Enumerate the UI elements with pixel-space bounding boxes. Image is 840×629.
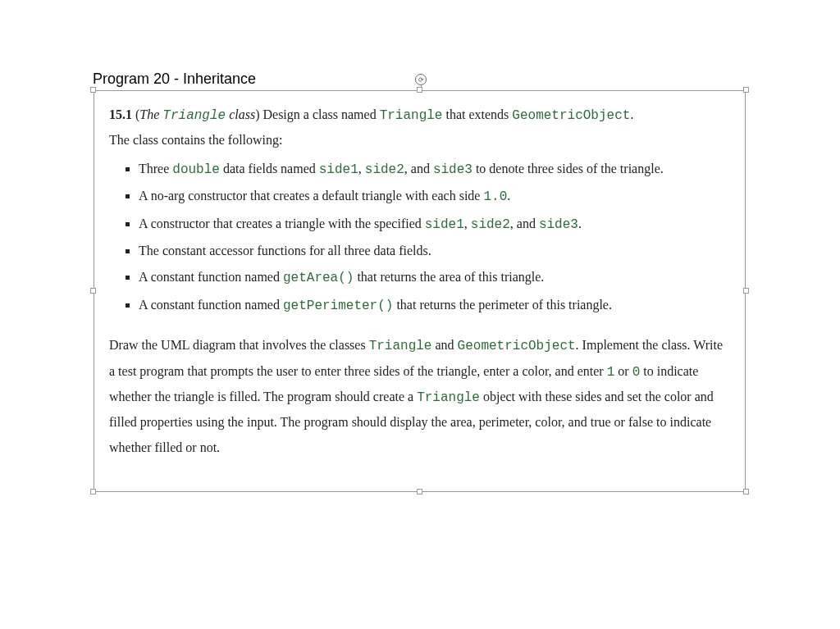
resize-handle-bl[interactable] [90,489,96,495]
code-side3: side3 [539,217,578,232]
intro-period: . [630,107,633,121]
code-triangle: Triangle [369,339,432,353]
resize-handle-l[interactable] [90,288,96,294]
resize-handle-br[interactable] [743,489,749,495]
text: , [358,162,365,175]
text: . [507,189,510,203]
text: , and [510,217,539,230]
resize-handle-t[interactable] [417,87,422,93]
text: , [464,217,471,230]
text: to denote three sides of the triangle. [472,162,664,175]
code-triangle: Triangle [380,108,443,123]
code-side1: side1 [425,217,464,232]
list-item: The constant accessor functions for all … [139,239,730,263]
resize-handle-b[interactable] [417,489,422,495]
text: A constructor that creates a triangle wi… [139,217,425,230]
text: and [431,338,457,352]
closing-paragraph: Draw the UML diagram that involves the c… [109,333,730,460]
text: , and [404,162,433,175]
code-triangle-title: Triangle [162,108,226,123]
text: A constant function named [139,298,283,312]
code-getperimeter: getPerimeter() [283,299,393,313]
code-1-0: 1.0 [483,189,507,204]
text: A constant function named [139,270,283,284]
text: . [578,217,582,230]
text: that returns the perimeter of this trian… [393,298,612,312]
intro-line2: The class contains the following: [109,133,283,147]
list-item: Three double data fields named side1, si… [139,157,730,182]
code-1: 1 [607,365,615,380]
resize-handle-tl[interactable] [90,87,96,93]
code-triangle: Triangle [417,390,480,405]
list-item: A constructor that creates a triangle wi… [139,212,730,237]
code-side3: side3 [433,162,472,177]
code-0: 0 [632,365,641,380]
code-getarea: getArea() [283,271,354,285]
text-box[interactable]: 15.1 (The Triangle class) Design a class… [94,90,746,492]
intro-text2: that extends [442,107,512,121]
text: A no-arg constructor that creates a defa… [139,189,483,203]
list-item: A constant function named getPerimeter()… [139,293,730,318]
code-geometricobject: GeometricObject [458,339,576,353]
rotate-handle[interactable]: ⟳ [415,74,427,85]
bullet-list: Three double data fields named side1, si… [109,157,730,318]
ital-class: class [229,107,255,121]
code-side2: side2 [471,217,510,232]
text: Draw the UML diagram that involves the c… [109,338,369,352]
resize-handle-tr[interactable] [743,87,749,93]
code-geometricobject: GeometricObject [512,108,630,123]
exercise-number: 15.1 [109,107,132,121]
list-item: A no-arg constructor that creates a defa… [139,184,730,209]
text: that returns the area of this triangle. [354,270,544,284]
code-side2: side2 [365,162,404,177]
text: Three [139,162,172,175]
page-title: Program 20 - Inheritance [93,71,256,88]
exercise-intro: 15.1 (The Triangle class) Design a class… [109,103,730,153]
code-double: double [172,162,220,177]
text: data fields named [220,162,319,175]
intro-text1: Design a class named [259,107,379,121]
list-item: A constant function named getArea() that… [139,265,730,290]
resize-handle-r[interactable] [743,288,749,294]
ital-the: The [139,107,159,121]
code-side1: side1 [319,162,358,177]
text: The constant accessor functions for all … [139,244,431,258]
text: or [614,364,632,378]
